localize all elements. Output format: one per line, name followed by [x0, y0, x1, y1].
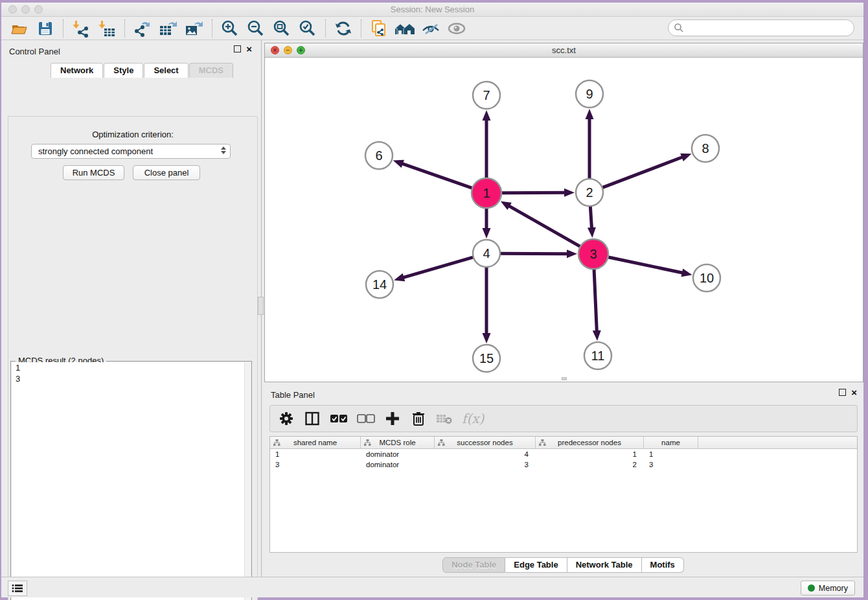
open-session-icon[interactable]: [8, 19, 30, 38]
delete-table-icon[interactable]: [436, 409, 453, 428]
edge-4-to-3[interactable]: [500, 253, 569, 254]
tab-mcds[interactable]: MCDS: [189, 63, 233, 78]
close-panel-icon[interactable]: ×: [246, 45, 252, 52]
home-icon[interactable]: [394, 19, 416, 38]
column-header-name[interactable]: name: [644, 437, 698, 448]
deselect-all-icon[interactable]: [357, 409, 375, 428]
refresh-icon[interactable]: [332, 19, 354, 38]
tab-edge-table[interactable]: Edge Table: [505, 557, 567, 573]
cell-predecessor-nodes[interactable]: 2: [536, 461, 644, 468]
dropdown-stepper-icon: [221, 146, 226, 154]
edge-2-to-3[interactable]: [590, 206, 591, 229]
node-label: 6: [375, 148, 382, 163]
node-table[interactable]: shared nameMCDS rolesuccessor nodesprede…: [269, 436, 858, 553]
node-label: 15: [479, 351, 494, 365]
arrowhead-icon: [680, 154, 691, 161]
save-session-icon[interactable]: [34, 19, 56, 38]
mcds-result-group: MCDS result (2 nodes) 13: [10, 361, 252, 600]
edge-1-to-2[interactable]: [501, 192, 566, 193]
node-label: 8: [702, 141, 709, 156]
arrowhead-icon: [483, 333, 491, 343]
splitter-handle[interactable]: [258, 297, 264, 315]
cell-MCDS-role[interactable]: dominator: [361, 450, 435, 458]
memory-button[interactable]: Memory: [801, 581, 855, 595]
tab-network[interactable]: Network: [51, 63, 103, 78]
network-canvas[interactable]: 7968124314101511: [265, 58, 863, 382]
float-panel-icon[interactable]: [234, 45, 241, 52]
tab-style[interactable]: Style: [104, 63, 143, 78]
delete-icon[interactable]: [410, 409, 427, 428]
zoom-fit-icon[interactable]: [271, 19, 293, 38]
column-header-successor-nodes[interactable]: successor nodes: [435, 437, 536, 448]
clone-network-icon[interactable]: [368, 19, 390, 38]
cell-name[interactable]: 1: [644, 450, 698, 458]
show-details-icon[interactable]: [446, 19, 468, 38]
tab-select[interactable]: Select: [144, 63, 188, 78]
network-window-title: scc.txt: [265, 45, 863, 55]
tab-node-table[interactable]: Node Table: [442, 557, 505, 573]
add-column-icon[interactable]: [384, 409, 401, 428]
arrowhead-icon: [681, 269, 692, 277]
table-row[interactable]: 1dominator411: [270, 449, 857, 459]
cell-name[interactable]: 3: [644, 461, 698, 468]
search-input[interactable]: [668, 19, 854, 36]
edge-1-to-6[interactable]: [401, 163, 472, 189]
tab-network-table[interactable]: Network Table: [567, 557, 642, 573]
network-graph[interactable]: 7968124314101511: [265, 58, 863, 382]
edge-3-to-10[interactable]: [608, 257, 684, 273]
edge-3-to-11[interactable]: [594, 269, 597, 332]
mcds-result-list[interactable]: 13: [12, 362, 245, 600]
column-header-shared-name[interactable]: shared name: [270, 437, 361, 448]
node-label: 3: [589, 247, 597, 261]
node-label: 11: [591, 349, 605, 363]
export-network-icon[interactable]: [131, 19, 154, 38]
select-all-icon[interactable]: [330, 409, 348, 428]
import-table-icon[interactable]: [96, 19, 118, 38]
float-panel-icon[interactable]: [839, 389, 846, 396]
control-panel-window-buttons: ×: [234, 45, 252, 52]
window-resize-handle[interactable]: [562, 377, 567, 380]
toolbar-separator: [63, 19, 63, 38]
edge-3-to-1[interactable]: [508, 205, 580, 247]
cell-successor-nodes[interactable]: 4: [435, 450, 536, 458]
cell-shared-name[interactable]: 1: [270, 450, 361, 458]
cell-predecessor-nodes[interactable]: 1: [536, 450, 644, 458]
criterion-value: strongly connected component: [38, 146, 153, 156]
export-image-icon[interactable]: [183, 19, 205, 38]
zoom-in-icon[interactable]: [219, 19, 241, 38]
export-table-icon[interactable]: [157, 19, 179, 38]
cell-successor-nodes[interactable]: 3: [435, 461, 536, 468]
table-header-row: shared nameMCDS rolesuccessor nodesprede…: [270, 437, 857, 449]
column-header-MCDS-role[interactable]: MCDS role: [361, 437, 435, 448]
zoom-out-icon[interactable]: [245, 19, 267, 38]
search-icon: [674, 23, 684, 33]
zoom-selected-icon[interactable]: [297, 19, 319, 38]
settings-gear-icon[interactable]: [278, 409, 295, 428]
table-row[interactable]: 3dominator323: [270, 459, 857, 470]
close-panel-button[interactable]: Close panel: [133, 165, 200, 180]
toolbar-separator: [325, 19, 326, 38]
task-history-button[interactable]: [8, 581, 27, 596]
function-builder-icon[interactable]: f(x): [462, 409, 484, 428]
run-mcds-button[interactable]: Run MCDS: [63, 165, 124, 180]
hide-details-icon[interactable]: [420, 19, 442, 38]
table-panel-title: Table Panel: [271, 390, 315, 400]
columns-icon[interactable]: [304, 409, 321, 428]
cell-MCDS-role[interactable]: dominator: [361, 461, 435, 468]
tab-motifs[interactable]: Motifs: [642, 557, 684, 573]
edge-2-to-8[interactable]: [602, 157, 684, 188]
mcds-result-scrollbar[interactable]: [244, 362, 251, 600]
status-bar: Memory: [1, 577, 863, 597]
close-panel-icon[interactable]: ×: [851, 389, 857, 396]
column-header-predecessor-nodes[interactable]: predecessor nodes: [536, 437, 644, 448]
import-network-icon[interactable]: [70, 19, 92, 38]
cell-shared-name[interactable]: 3: [270, 461, 361, 468]
criterion-dropdown[interactable]: strongly connected component: [31, 144, 231, 159]
node-label: 7: [483, 88, 490, 102]
mcds-result-line: 3: [12, 373, 245, 384]
table-panel-tabs: Node TableEdge TableNetwork TableMotifs: [263, 557, 863, 573]
arrowhead-icon: [567, 249, 577, 258]
network-window-titlebar[interactable]: × − + scc.txt: [265, 43, 863, 58]
node-label: 4: [483, 246, 490, 260]
edge-4-to-14[interactable]: [402, 257, 474, 278]
